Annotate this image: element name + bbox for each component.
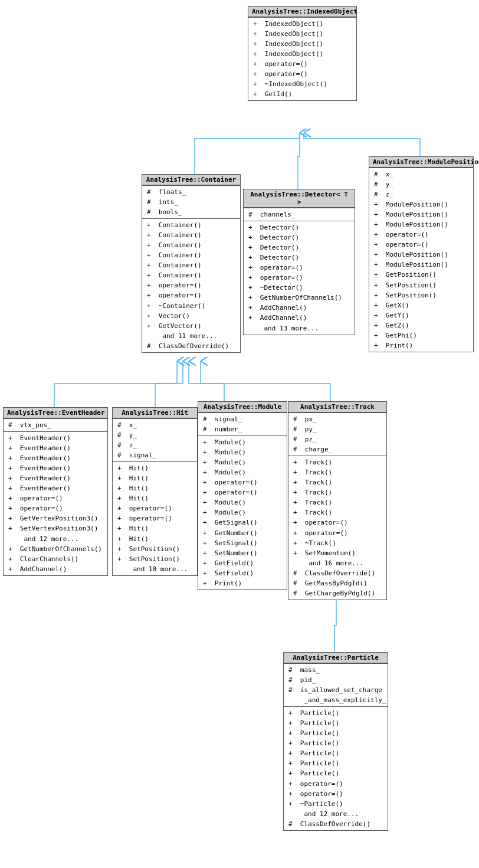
indexed-object-m3: + IndexedObject() bbox=[251, 39, 354, 49]
track-methods: + Track() + Track() + Track() + Track() … bbox=[288, 456, 386, 600]
indexed-object-m1: + IndexedObject() bbox=[251, 19, 354, 29]
indexed-object-m8: + GetId() bbox=[251, 89, 354, 99]
module-position-title: AnalysisTree::ModulePosition bbox=[369, 157, 473, 168]
hit-title: AnalysisTree::Hit bbox=[113, 408, 197, 418]
moduleposition-to-indexed-arrow bbox=[304, 133, 420, 156]
container-attrs: # floats_ # ints_ # bools_ bbox=[142, 185, 240, 218]
eventheader-to-container-arrow bbox=[54, 361, 177, 407]
diagram-container: AnalysisTree::IndexedObject + IndexedObj… bbox=[0, 0, 479, 868]
detector-box: AnalysisTree::Detector< T > # channels_ … bbox=[243, 189, 355, 335]
particle-attrs: # mass_ # pid_ # is_allowed_set_charge _… bbox=[284, 663, 388, 706]
indexed-object-box: AnalysisTree::IndexedObject + IndexedObj… bbox=[248, 6, 357, 101]
module-title: AnalysisTree::Module bbox=[198, 402, 287, 412]
module-position-members: # x_ # y_ # z_ + ModulePosition() + Modu… bbox=[369, 168, 473, 352]
indexed-object-m4: + IndexedObject() bbox=[251, 49, 354, 59]
container-box: AnalysisTree::Container # floats_ # ints… bbox=[142, 174, 241, 353]
track-title: AnalysisTree::Track bbox=[288, 402, 386, 412]
indexed-object-members: + IndexedObject() + IndexedObject() + In… bbox=[248, 17, 356, 100]
detector-attrs: # channels_ bbox=[244, 208, 355, 221]
hit-to-container-arrow bbox=[155, 361, 183, 407]
track-attrs: # px_ # py_ # pz_ # charge_ bbox=[288, 412, 386, 456]
track-box: AnalysisTree::Track # px_ # py_ # pz_ # … bbox=[288, 401, 387, 600]
module-box: AnalysisTree::Module # signal_ # number_… bbox=[198, 401, 287, 590]
module-to-container-arrow bbox=[189, 361, 224, 401]
event-header-box: AnalysisTree::EventHeader # vtx_pos_ + E… bbox=[3, 407, 108, 576]
indexed-object-title: AnalysisTree::IndexedObject bbox=[248, 6, 356, 17]
module-attrs: # signal_ # number_ bbox=[198, 412, 287, 435]
module-methods: + Module() + Module() + Module() + Modul… bbox=[198, 435, 287, 589]
indexed-object-m6: + operator=() bbox=[251, 69, 354, 79]
hit-box: AnalysisTree::Hit # x_ # y_ # z_ # signa… bbox=[112, 407, 198, 576]
event-header-attrs: # vtx_pos_ bbox=[4, 418, 107, 431]
hit-methods: + Hit() + Hit() + Hit() + Hit() + operat… bbox=[113, 461, 197, 575]
event-header-title: AnalysisTree::EventHeader bbox=[4, 408, 107, 418]
track-to-container-arrow bbox=[201, 361, 330, 401]
container-methods: + Container() + Container() + Container(… bbox=[142, 218, 240, 352]
detector-to-indexed-arrow bbox=[298, 133, 300, 189]
indexed-object-m5: + operator=() bbox=[251, 59, 354, 69]
event-header-methods: + EventHeader() + EventHeader() + EventH… bbox=[4, 431, 107, 575]
module-position-box: AnalysisTree::ModulePosition # x_ # y_ #… bbox=[369, 156, 474, 352]
particle-title: AnalysisTree::Particle bbox=[284, 653, 388, 663]
container-title: AnalysisTree::Container bbox=[142, 175, 240, 185]
indexed-object-m7: + ~IndexedObject() bbox=[251, 79, 354, 89]
container-to-indexed-arrow bbox=[195, 133, 300, 174]
hit-attrs: # x_ # y_ # z_ # signal_ bbox=[113, 418, 197, 461]
particle-methods: + Particle() + Particle() + Particle() +… bbox=[284, 706, 388, 830]
particle-box: AnalysisTree::Particle # mass_ # pid_ # … bbox=[283, 652, 388, 831]
detector-title: AnalysisTree::Detector< T > bbox=[244, 189, 355, 208]
detector-methods: + Detector() + Detector() + Detector() +… bbox=[244, 221, 355, 335]
indexed-object-m2: + IndexedObject() bbox=[251, 29, 354, 39]
